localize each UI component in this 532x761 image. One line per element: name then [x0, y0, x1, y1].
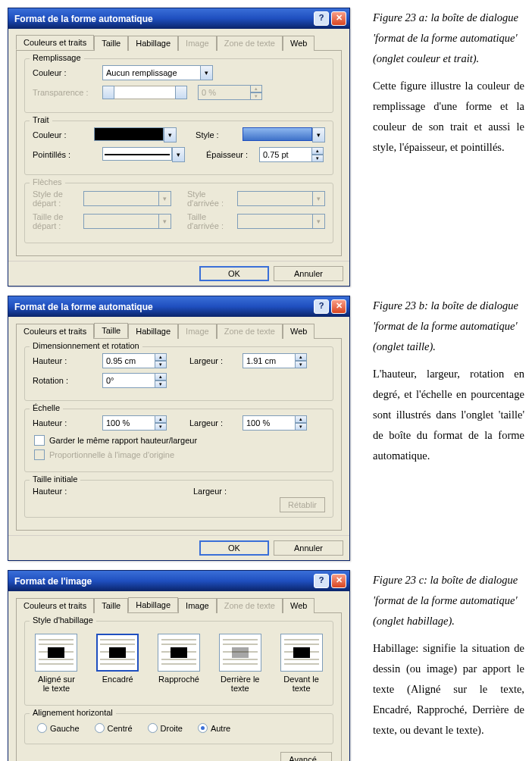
dialog-format-autoshape-size: Format de la forme automatique ? ✕ Coule…: [8, 296, 350, 561]
wrap-inline-icon: [35, 634, 77, 672]
group-title: Remplissage: [30, 53, 84, 62]
figure-23a-desc: Cette figure illustre la couleur de remp…: [373, 76, 524, 157]
align-right-radio[interactable]: Droite: [148, 723, 183, 733]
tab-taille[interactable]: Taille: [94, 323, 128, 338]
tab-web[interactable]: Web: [283, 324, 315, 339]
group-trait: Trait Couleur : ▾ Style : ▾: [24, 121, 333, 175]
tab-couleurs-traits[interactable]: Couleurs et traits: [16, 598, 94, 613]
tab-image[interactable]: Image: [178, 598, 217, 613]
tab-web[interactable]: Web: [283, 598, 315, 613]
width-spin[interactable]: 1.91 cm▴▾: [243, 353, 307, 368]
line-style-combo[interactable]: ▾: [243, 127, 325, 142]
wrap-square-icon: [96, 634, 139, 672]
weight-spin[interactable]: 0.75 pt ▴▾: [259, 147, 324, 162]
close-button[interactable]: ✕: [331, 11, 346, 26]
close-button[interactable]: ✕: [331, 299, 346, 314]
help-button[interactable]: ?: [314, 299, 329, 314]
tab-taille[interactable]: Taille: [94, 36, 128, 51]
tab-web[interactable]: Web: [283, 36, 315, 51]
align-left-radio[interactable]: Gauche: [37, 723, 80, 733]
help-button[interactable]: ?: [314, 574, 329, 588]
chevron-down-icon[interactable]: ▾: [172, 147, 185, 162]
figure-23a-caption: Figure 23 a: la boîte de dialogue 'forma…: [373, 8, 524, 68]
width-label: Largeur :: [189, 356, 243, 365]
wrap-behind-icon: [219, 634, 261, 672]
titlebar: Format de la forme automatique ? ✕: [8, 8, 349, 29]
transparency-slider: [102, 86, 187, 99]
figure-23c-caption: Figure 23 c: la boîte de dialogue 'forma…: [373, 570, 524, 631]
line-color-swatch: [94, 127, 164, 141]
wrap-front[interactable]: Devant le texte: [279, 634, 324, 693]
spin-down[interactable]: ▾: [311, 155, 324, 162]
reset-button: Rétablir: [280, 497, 325, 512]
advanced-button[interactable]: Avancé...: [280, 752, 332, 761]
figure-23b-desc: L'hauteur, largeur, rotation en degré, e…: [373, 364, 524, 465]
ok-button[interactable]: OK: [199, 266, 269, 281]
transparency-label: Transparence :: [33, 88, 102, 97]
window-title: Format de la forme automatique: [14, 302, 311, 312]
height-spin[interactable]: 0.95 cm▴▾: [102, 353, 167, 368]
cancel-button[interactable]: Annuler: [274, 266, 343, 281]
cancel-button[interactable]: Annuler: [274, 540, 343, 556]
tab-habillage[interactable]: Habillage: [128, 324, 178, 339]
tab-image: Image: [178, 36, 217, 51]
group-taille-initiale: Taille initiale Hauteur : Largeur : Réta…: [24, 480, 333, 518]
wrap-front-icon: [280, 634, 323, 672]
height-label: Hauteur :: [33, 356, 102, 365]
tab-zone-texte: Zone de texte: [217, 598, 283, 613]
scale-height-spin[interactable]: 100 %▴▾: [102, 415, 167, 431]
help-button[interactable]: ?: [314, 11, 329, 26]
tab-couleurs-traits[interactable]: Couleurs et traits: [16, 35, 94, 50]
scale-width-spin[interactable]: 100 %▴▾: [243, 415, 307, 431]
orig-height-label: Hauteur :: [33, 487, 102, 496]
window-title: Format de l'image: [14, 576, 311, 587]
group-echelle: Échelle Hauteur : 100 %▴▾ Largeur : 100 …: [24, 409, 333, 472]
lock-aspect-checkbox[interactable]: Garder le même rapport hauteur/largeur: [34, 435, 324, 446]
checkbox-icon: [34, 435, 45, 446]
ok-button[interactable]: OK: [199, 540, 269, 556]
fill-color-value: Aucun remplissage: [102, 65, 200, 80]
checkbox-icon: [34, 449, 45, 460]
wrap-tight[interactable]: Rapproché: [157, 634, 202, 693]
end-size-label: Taille d'arrivée :: [187, 212, 237, 230]
fill-color-label: Couleur :: [33, 68, 102, 77]
align-other-radio[interactable]: Autre: [198, 723, 230, 733]
wrap-behind[interactable]: Derrière le texte: [217, 634, 262, 693]
begin-style-label: Style de départ :: [33, 189, 83, 208]
rotation-spin[interactable]: 0°▴▾: [102, 373, 167, 388]
tab-strip: Couleurs et traits Taille Habillage Imag…: [16, 35, 342, 51]
tab-couleurs-traits[interactable]: Couleurs et traits: [16, 324, 94, 339]
wrap-square[interactable]: Encadré: [95, 634, 140, 693]
tab-taille[interactable]: Taille: [94, 598, 128, 613]
group-dimension: Dimensionnement et rotation Hauteur : 0.…: [24, 346, 333, 401]
wrap-inline[interactable]: Aligné sur le texte: [34, 634, 79, 693]
line-color-combo[interactable]: ▾: [94, 127, 177, 142]
transparency-spin: 0 % ▴▾: [198, 85, 262, 100]
tab-habillage[interactable]: Habillage: [128, 597, 178, 612]
orig-width-label: Largeur :: [193, 487, 246, 496]
tab-zone-texte: Zone de texte: [217, 324, 283, 339]
chevron-down-icon[interactable]: ▾: [200, 65, 213, 80]
window-title: Format de la forme automatique: [14, 14, 311, 24]
begin-style-combo: ▾: [83, 191, 171, 206]
tab-zone-texte: Zone de texte: [217, 36, 283, 51]
begin-size-combo: ▾: [83, 214, 171, 229]
figure-23c-desc: Habillage: signifie la situation de dess…: [373, 638, 524, 740]
fill-color-combo[interactable]: Aucun remplissage ▾: [102, 65, 213, 80]
close-button[interactable]: ✕: [331, 574, 346, 588]
spin-up[interactable]: ▴: [311, 147, 324, 155]
dialog-format-image-wrap: Format de l'image ? ✕ Couleurs et traits…: [8, 570, 350, 761]
scale-height-label: Hauteur :: [33, 418, 102, 427]
chevron-down-icon[interactable]: ▾: [312, 127, 325, 142]
titlebar: Format de l'image ? ✕: [8, 571, 349, 591]
transparency-value: 0 %: [198, 85, 250, 100]
chevron-down-icon[interactable]: ▾: [164, 127, 177, 142]
align-center-radio[interactable]: Centré: [95, 723, 133, 733]
titlebar: Format de la forme automatique ? ✕: [8, 296, 349, 317]
line-style-label: Style :: [196, 130, 243, 139]
dialog-format-autoshape-color: Format de la forme automatique ? ✕ Coule…: [8, 8, 350, 287]
group-title: Trait: [30, 115, 52, 124]
dashed-combo[interactable]: ▾: [102, 147, 185, 162]
line-style-swatch: [243, 127, 312, 141]
tab-habillage[interactable]: Habillage: [128, 36, 178, 51]
